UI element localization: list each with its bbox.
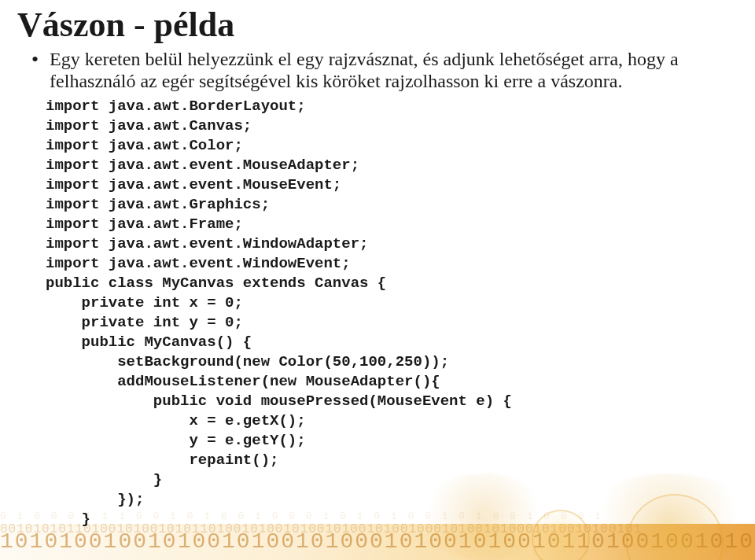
content-area: Vászon - példa • Egy kereten belül helye… bbox=[0, 0, 755, 529]
binary-bits-bold: 1010100100101001010010100010100101001011… bbox=[0, 529, 755, 554]
code-block: import java.awt.BorderLayout; import jav… bbox=[46, 97, 738, 529]
bullet-text: Egy kereten belül helyezzünk el egy rajz… bbox=[50, 48, 738, 92]
bullet-row: • Egy kereten belül helyezzünk el egy ra… bbox=[31, 48, 738, 92]
slide-title: Vászon - példa bbox=[17, 5, 738, 45]
bullet-dot-icon: • bbox=[31, 50, 39, 70]
slide: 0 1 0 0 0 1 1 1 0 0 1 0 1 0 0 1 0 0 0 1 … bbox=[0, 0, 755, 560]
